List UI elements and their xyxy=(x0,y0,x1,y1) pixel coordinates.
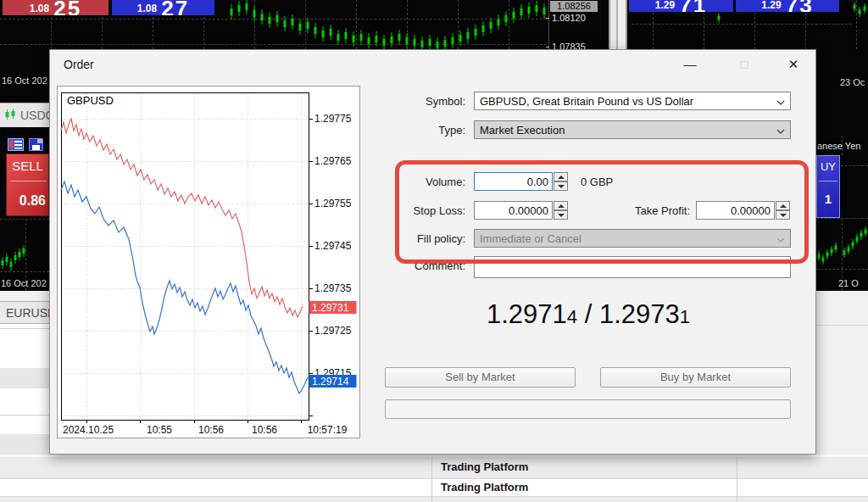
buy-by-market-button[interactable]: Buy by Market xyxy=(600,367,791,388)
candle-body xyxy=(360,34,363,41)
candle-body xyxy=(299,24,302,31)
y-axis-label: 1.29745 xyxy=(314,240,352,252)
journal-row: Trading Platform xyxy=(0,457,868,479)
stepper-up-button[interactable] xyxy=(554,172,568,181)
comment-input[interactable] xyxy=(474,256,791,278)
x-axis-label: 2024.10.25 xyxy=(63,424,114,436)
stop-loss-input[interactable] xyxy=(474,201,553,220)
candle-body xyxy=(23,248,25,254)
candle-body xyxy=(835,246,837,250)
candle-body xyxy=(505,15,508,22)
candle-body xyxy=(864,7,866,11)
candle-body xyxy=(831,249,833,254)
stop-loss-stepper xyxy=(554,201,568,220)
candle-body xyxy=(854,5,856,9)
fill-policy-label: Fill policy: xyxy=(381,232,465,245)
row-divider xyxy=(816,325,868,326)
take-profit-stepper xyxy=(776,201,790,220)
buy-label: UY xyxy=(817,160,839,173)
bid-price: 1.2971 xyxy=(487,299,567,329)
quote-price-small: 1.29 xyxy=(761,0,781,12)
one-click-sell-panel[interactable]: SELL 0.86 xyxy=(6,153,49,216)
window-splitter[interactable] xyxy=(609,0,627,49)
list-row xyxy=(0,434,49,455)
candle-body xyxy=(2,260,4,265)
buy-quote-button-eurusd[interactable]: 1.08 27 xyxy=(112,0,214,15)
candle-body xyxy=(459,35,462,42)
tick-chart: 1.297751.297651.297551.297451.297351.297… xyxy=(58,86,361,439)
chart-window-titlebar-usdchf[interactable]: USDC xyxy=(0,103,49,127)
stepper-up-button[interactable] xyxy=(554,201,568,210)
candle-body xyxy=(520,8,523,15)
buy-quote-button-gbpusd[interactable]: 1.29 73 xyxy=(736,0,839,12)
order-type-dropdown[interactable]: Market Execution xyxy=(474,120,791,139)
panel-gap xyxy=(0,291,49,301)
symbol-label: Symbol: xyxy=(381,95,465,108)
take-profit-input[interactable] xyxy=(696,201,775,220)
candle-body xyxy=(292,19,294,25)
x-axis-label: 10:57:19 xyxy=(308,424,348,436)
close-button[interactable]: ✕ xyxy=(779,53,808,75)
market-watch-icon[interactable] xyxy=(8,138,25,152)
one-click-buy-panel[interactable]: UY 1 xyxy=(816,155,840,218)
stepper-up-button[interactable] xyxy=(776,201,790,210)
volume-stepper xyxy=(554,172,568,191)
candle-body xyxy=(353,36,355,42)
candle-body xyxy=(337,34,340,41)
time-axis-label: 16 Oct 202 xyxy=(1,278,49,288)
buy-volume: 1 xyxy=(817,192,839,206)
quote-separator: / xyxy=(577,299,599,329)
candle-body xyxy=(314,27,317,34)
candle-body xyxy=(848,248,850,252)
sell-quote-button-gbpusd[interactable]: 1.29 71 xyxy=(629,0,733,12)
volume-input[interactable] xyxy=(474,172,553,191)
y-axis-label: 1.29755 xyxy=(314,198,352,209)
order-dialog: Order — □ ✕ 1.297751.297651.297551.29745… xyxy=(49,49,816,455)
sell-by-market-button[interactable]: Sell by Market xyxy=(385,367,576,388)
stepper-down-button[interactable] xyxy=(554,210,568,220)
candle-body xyxy=(14,255,17,260)
candle-body xyxy=(307,22,309,29)
current-price-marker: 1.08256 xyxy=(550,1,598,12)
bid-price-pip: 4 xyxy=(567,306,577,327)
candle-body xyxy=(330,29,332,36)
dialog-titlebar[interactable]: Order — □ ✕ xyxy=(50,50,815,84)
save-icon[interactable] xyxy=(29,138,44,152)
candle-body xyxy=(231,8,233,15)
order-type-value: Market Execution xyxy=(480,124,565,137)
chart-gridline xyxy=(0,219,49,220)
volume-label: Volume: xyxy=(381,176,465,188)
time-axis-label: 21 O xyxy=(838,278,859,288)
scale-tick xyxy=(546,47,549,47)
column-divider xyxy=(431,457,432,502)
candle-body xyxy=(276,15,279,22)
chart-window-titlebar-eurusd[interactable]: EURUSD xyxy=(0,301,49,324)
take-profit-label: Take Profit: xyxy=(605,204,690,217)
journal-row: Trading Platform xyxy=(0,479,868,497)
volume-currency-note: 0 GBP xyxy=(581,176,613,188)
column-divider xyxy=(737,457,737,502)
stepper-down-button[interactable] xyxy=(776,210,790,220)
candle-body xyxy=(490,22,492,29)
candle-body xyxy=(429,39,431,46)
sell-quote-button-eurusd[interactable]: 1.08 25 xyxy=(3,0,108,15)
maximize-button: □ xyxy=(730,53,759,75)
divider xyxy=(10,181,47,181)
symbol-dropdown[interactable]: GBPUSD, Great Britain Pound vs US Dollar xyxy=(474,92,791,110)
stop-loss-label: Stop Loss: xyxy=(381,204,465,217)
chevron-down-icon[interactable] xyxy=(776,100,785,105)
list-row xyxy=(0,368,49,388)
chevron-down-icon[interactable] xyxy=(776,129,785,134)
minimize-button[interactable]: — xyxy=(676,53,704,75)
candle-body xyxy=(865,230,867,234)
candle-body xyxy=(10,262,13,267)
candle-body xyxy=(376,36,378,42)
bid-price-badge-label: 1.29714 xyxy=(312,376,349,388)
comment-label: Comment: xyxy=(381,259,465,272)
time-axis-label: 16 Oct 202 xyxy=(2,75,49,86)
fill-policy-value: Immediate or Cancel xyxy=(480,232,581,245)
order-status-bar xyxy=(385,399,791,419)
toolbar-icons-row xyxy=(0,136,49,154)
stepper-down-button[interactable] xyxy=(554,181,568,191)
candle-body xyxy=(414,39,416,46)
